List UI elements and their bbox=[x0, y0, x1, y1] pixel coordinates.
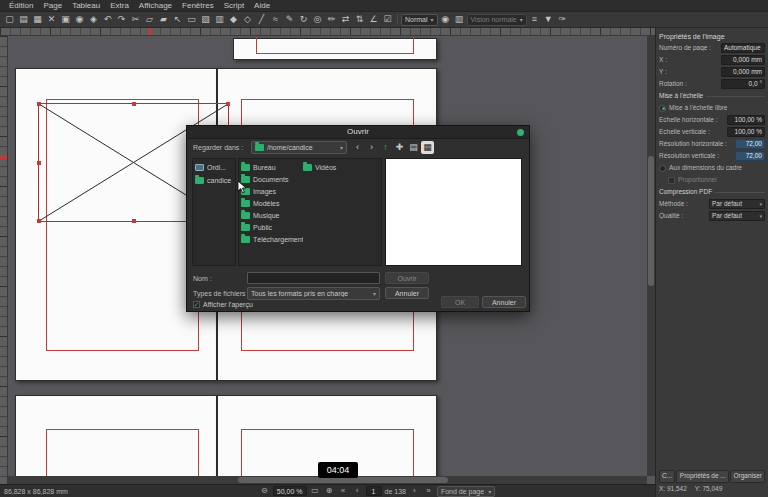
frame-size-radio[interactable]: Aux dimensions du cadre bbox=[659, 162, 765, 174]
x-input[interactable]: 0,000 mm bbox=[721, 55, 765, 65]
menu-item[interactable]: Script bbox=[219, 2, 249, 10]
document-canvas[interactable]: Ouvrir Regarder dans : /home/candice ‹›↑… bbox=[0, 36, 655, 484]
h-scale-input[interactable]: 100,00 % bbox=[727, 115, 765, 125]
quality-select[interactable]: Par défaut bbox=[709, 211, 765, 221]
page-number-select[interactable]: Automatique bbox=[721, 43, 765, 53]
properties-tab[interactable]: Propriétés de ... bbox=[676, 470, 729, 483]
print-icon[interactable]: ▣ bbox=[59, 13, 72, 26]
insert-image-frame-icon[interactable]: ▧ bbox=[199, 13, 212, 26]
file-item[interactable]: Bureau bbox=[241, 161, 303, 173]
insert-table-icon[interactable]: ▥ bbox=[213, 13, 226, 26]
file-item[interactable]: Public bbox=[241, 221, 303, 233]
preflight-verifier-icon[interactable]: ◉ bbox=[73, 13, 86, 26]
place-item-computer[interactable]: Ordi... bbox=[195, 161, 233, 174]
page-first-button[interactable]: « bbox=[338, 487, 349, 495]
cancel-secondary-button[interactable]: Annuler bbox=[482, 296, 526, 308]
preview-mode-select[interactable]: Normal bbox=[401, 14, 438, 26]
paste-icon[interactable]: ▰ bbox=[157, 13, 170, 26]
close-document-icon[interactable]: ✕ bbox=[45, 13, 58, 26]
zoom-icon[interactable]: ◎ bbox=[311, 13, 324, 26]
selection-handle[interactable] bbox=[132, 102, 136, 106]
new-folder-icon[interactable]: ✚ bbox=[393, 141, 406, 154]
open-button[interactable]: Ouvrir bbox=[385, 272, 429, 284]
vision-select[interactable]: Vision normale bbox=[467, 14, 527, 26]
show-preview-checkbox[interactable]: ✓ Afficher l'aperçu bbox=[193, 301, 253, 308]
menu-item[interactable]: Page bbox=[38, 2, 67, 10]
file-item[interactable]: Documents bbox=[241, 173, 303, 185]
pdf-checkbox-icon[interactable]: ☑ bbox=[381, 13, 394, 26]
toggle-preview-icon[interactable]: ▥ bbox=[453, 13, 466, 26]
cancel-button[interactable]: Annuler bbox=[385, 287, 429, 299]
measurements-icon[interactable]: ∠ bbox=[367, 13, 380, 26]
page-number-input[interactable]: 1 bbox=[366, 486, 382, 496]
page-last-button[interactable]: » bbox=[423, 487, 434, 495]
open-document-icon[interactable]: ▤ bbox=[17, 13, 30, 26]
filetype-select[interactable]: Tous les formats pris en charge bbox=[247, 287, 380, 300]
look-in-select[interactable]: /home/candice bbox=[251, 141, 347, 154]
layer-select[interactable]: Fond de page bbox=[437, 486, 495, 497]
cut-icon[interactable]: ✂ bbox=[129, 13, 142, 26]
free-scaling-radio[interactable]: Mise à l'échelle libre bbox=[659, 102, 765, 114]
y-input[interactable]: 0,000 mm bbox=[721, 67, 765, 77]
export-pdf-icon[interactable]: ◈ bbox=[87, 13, 100, 26]
toggle-color-management-icon[interactable]: ◉ bbox=[439, 13, 452, 26]
menu-item[interactable]: Extra bbox=[105, 2, 134, 10]
insert-bezier-icon[interactable]: ≈ bbox=[269, 13, 282, 26]
menu-item[interactable]: Édition bbox=[4, 2, 38, 10]
menu-item[interactable]: Affichage bbox=[134, 2, 177, 10]
undo-icon[interactable]: ↶ bbox=[101, 13, 114, 26]
redo-icon[interactable]: ↷ bbox=[115, 13, 128, 26]
zoom-in-button[interactable]: ⊕ bbox=[324, 487, 335, 495]
vertical-scrollbar[interactable] bbox=[647, 36, 655, 476]
insert-line-icon[interactable]: ╱ bbox=[255, 13, 268, 26]
file-item[interactable]: Musique bbox=[241, 209, 303, 221]
up-icon[interactable]: ↑ bbox=[379, 141, 392, 154]
zoom-out-button[interactable]: ⊖ bbox=[259, 487, 270, 495]
insert-polygon-icon[interactable]: ◇ bbox=[241, 13, 254, 26]
filename-input[interactable] bbox=[247, 272, 380, 284]
rotate-item-icon[interactable]: ↻ bbox=[297, 13, 310, 26]
menu-item[interactable]: Fenêtres bbox=[177, 2, 219, 10]
menu-item[interactable]: Aide bbox=[249, 2, 275, 10]
ok-button[interactable]: OK bbox=[441, 296, 479, 308]
insert-text-frame-icon[interactable]: ▭ bbox=[185, 13, 198, 26]
select-item-icon[interactable]: ↖ bbox=[171, 13, 184, 26]
file-item[interactable]: Modèles bbox=[241, 197, 303, 209]
edit-contents-icon[interactable]: ✏ bbox=[325, 13, 338, 26]
back-icon[interactable]: ‹ bbox=[351, 141, 364, 154]
vertical-ruler[interactable] bbox=[0, 36, 8, 484]
rotation-input[interactable]: 0,0 ° bbox=[721, 79, 765, 89]
forward-icon[interactable]: › bbox=[365, 141, 378, 154]
v-scale-input[interactable]: 100,00 % bbox=[727, 127, 765, 137]
copy-icon[interactable]: ▱ bbox=[143, 13, 156, 26]
file-item[interactable]: Vidéos bbox=[303, 161, 365, 173]
proportional-checkbox[interactable]: Proportionnel bbox=[668, 174, 765, 186]
selection-handle[interactable] bbox=[226, 102, 230, 106]
list-view-icon[interactable]: ▤ bbox=[407, 141, 420, 154]
place-item-home[interactable]: candice bbox=[195, 174, 233, 187]
page-next-button[interactable]: › bbox=[409, 487, 420, 495]
story-editor-icon[interactable]: ≡ bbox=[528, 13, 541, 26]
zoom-level-input[interactable]: 50,00 % bbox=[273, 486, 307, 496]
file-item[interactable]: Images bbox=[241, 185, 303, 197]
pdf-combo-icon[interactable]: ▼ bbox=[542, 13, 555, 26]
link-text-frames-icon[interactable]: ⇄ bbox=[339, 13, 352, 26]
horizontal-ruler[interactable] bbox=[0, 28, 655, 36]
selection-handle[interactable] bbox=[37, 102, 41, 106]
save-document-icon[interactable]: ▦ bbox=[31, 13, 44, 26]
file-item[interactable]: Téléchargements bbox=[241, 233, 303, 245]
dialog-title-bar[interactable]: Ouvrir bbox=[187, 126, 529, 139]
insert-freehand-icon[interactable]: ✎ bbox=[283, 13, 296, 26]
detail-view-icon[interactable]: ▦ bbox=[421, 141, 434, 154]
zoom-fit-button[interactable]: ▭ bbox=[310, 487, 321, 495]
method-select[interactable]: Par défaut bbox=[709, 199, 765, 209]
page-previous[interactable] bbox=[233, 38, 437, 60]
page-previous-button[interactable]: ‹ bbox=[352, 487, 363, 495]
pdf-annotation-icon[interactable]: ✑ bbox=[556, 13, 569, 26]
window-control-icon[interactable] bbox=[517, 129, 524, 136]
new-document-icon[interactable]: ▢ bbox=[3, 13, 16, 26]
insert-shape-icon[interactable]: ◆ bbox=[227, 13, 240, 26]
selection-handle[interactable] bbox=[37, 219, 41, 223]
organize-button[interactable]: Organiser bbox=[730, 470, 765, 483]
page-next-left[interactable] bbox=[15, 395, 217, 480]
